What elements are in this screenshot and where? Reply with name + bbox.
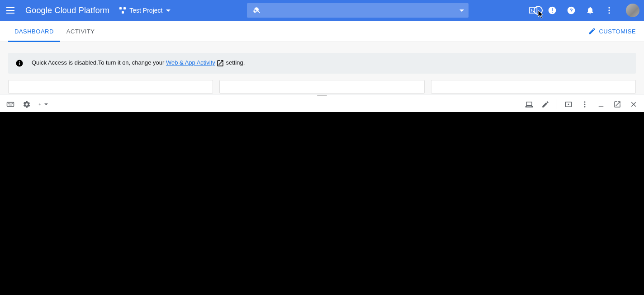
- banner-text: Quick Access is disabled.To turn it on, …: [32, 59, 245, 67]
- pencil-icon: [588, 27, 596, 35]
- shell-toolbar: [0, 97, 644, 112]
- project-picker[interactable]: Test Project: [119, 7, 170, 14]
- more-vert-icon[interactable]: [580, 99, 590, 109]
- svg-rect-10: [19, 61, 20, 62]
- banner-link-text: Web & App Activity: [166, 59, 215, 66]
- settings-icon[interactable]: [22, 99, 32, 109]
- quick-access-banner: Quick Access is disabled.To turn it on, …: [8, 53, 636, 74]
- notifications-icon[interactable]: [585, 5, 595, 15]
- edit-icon[interactable]: [540, 99, 550, 109]
- cloud-shell-icon[interactable]: [528, 5, 538, 15]
- svg-rect-11: [7, 103, 14, 107]
- svg-rect-15: [12, 103, 13, 104]
- laptop-icon[interactable]: [524, 99, 534, 109]
- svg-point-5: [608, 7, 610, 9]
- dashboard-card: [219, 80, 424, 94]
- tab-activity[interactable]: ACTIVITY: [60, 21, 101, 42]
- project-icon: [119, 7, 126, 14]
- svg-rect-12: [8, 103, 9, 104]
- help-icon[interactable]: ?: [566, 5, 576, 15]
- banner-link[interactable]: Web & App Activity: [166, 59, 224, 66]
- svg-rect-13: [9, 103, 10, 104]
- svg-point-21: [584, 106, 586, 108]
- open-new-window-icon[interactable]: [612, 99, 622, 109]
- svg-rect-2: [552, 12, 553, 13]
- svg-rect-9: [19, 63, 20, 65]
- customise-label: CUSTOMISE: [599, 28, 636, 35]
- search-box[interactable]: [247, 3, 469, 18]
- alert-icon[interactable]: [547, 5, 557, 15]
- menu-icon[interactable]: [6, 5, 17, 16]
- chevron-down-icon: [166, 9, 170, 12]
- search-icon: [253, 6, 261, 14]
- svg-point-19: [584, 101, 586, 103]
- customise-button[interactable]: CUSTOMISE: [588, 27, 636, 35]
- dashboard-card: [431, 80, 636, 94]
- svg-point-20: [584, 104, 586, 105]
- top-header: Google Cloud Platform Test Project ?: [0, 0, 644, 21]
- svg-point-18: [568, 104, 569, 105]
- tabs-bar: DASHBOARD ACTIVITY CUSTOMISE: [0, 21, 644, 42]
- cards-row: [8, 80, 636, 94]
- svg-rect-14: [11, 103, 12, 104]
- external-link-icon: [216, 59, 224, 67]
- user-avatar[interactable]: [626, 4, 639, 17]
- chevron-down-icon: [44, 103, 48, 105]
- svg-rect-16: [9, 105, 12, 106]
- cloud-shell-panel: [0, 94, 644, 295]
- keyboard-icon[interactable]: [5, 99, 15, 109]
- web-preview-icon[interactable]: [564, 99, 573, 109]
- close-icon[interactable]: [629, 99, 639, 109]
- terminal-area[interactable]: [0, 112, 644, 295]
- dashboard-content: Quick Access is disabled.To turn it on, …: [0, 42, 644, 94]
- tab-dashboard[interactable]: DASHBOARD: [8, 21, 60, 42]
- project-name: Test Project: [129, 7, 162, 14]
- banner-prefix: Quick Access is disabled.To turn it on, …: [32, 59, 166, 66]
- search-container: [247, 3, 469, 18]
- banner-suffix: setting.: [224, 59, 245, 66]
- svg-point-6: [608, 9, 610, 11]
- minimize-icon[interactable]: [596, 99, 606, 109]
- header-actions: ?: [528, 4, 639, 17]
- search-input[interactable]: [268, 7, 453, 14]
- separator: [557, 99, 557, 109]
- svg-rect-22: [599, 107, 604, 108]
- platform-logo-text: Google Cloud Platform: [25, 6, 109, 15]
- search-dropdown-icon[interactable]: [459, 9, 464, 12]
- more-vert-icon[interactable]: [604, 5, 614, 15]
- info-icon: [15, 59, 24, 67]
- svg-text:?: ?: [569, 7, 573, 13]
- svg-rect-1: [552, 8, 553, 11]
- new-tab-button[interactable]: [38, 99, 48, 109]
- dashboard-card: [8, 80, 213, 94]
- svg-point-7: [608, 12, 610, 14]
